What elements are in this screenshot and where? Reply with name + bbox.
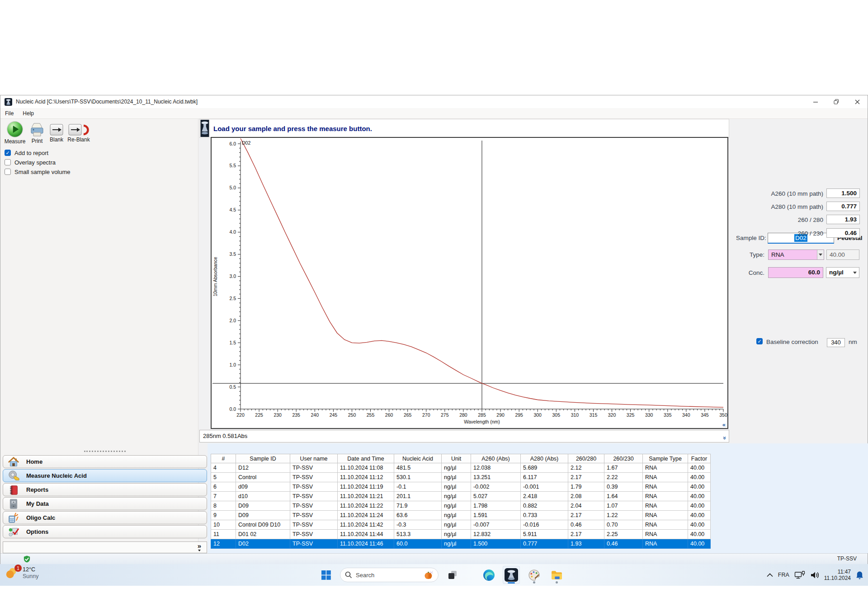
readout-collapse-button[interactable]: »: [718, 436, 730, 439]
table-cell: 2.04: [568, 501, 604, 511]
table-cell: ng/µl: [442, 530, 471, 539]
table-cell: RNA: [643, 463, 688, 473]
table-cell: 1.79: [568, 482, 604, 492]
edge-browser-button[interactable]: [480, 566, 497, 584]
conc-unit-dropdown[interactable]: ng/µl: [826, 267, 859, 278]
sidebar-expand-button[interactable]: »: [198, 542, 201, 551]
file-explorer-task[interactable]: [548, 566, 565, 584]
tray-clock[interactable]: 11:47 11.10.2024: [824, 569, 851, 581]
table-cell: 5.027: [471, 492, 521, 501]
sidebar-item-reports[interactable]: Reports: [3, 483, 207, 496]
print-button[interactable]: Print: [27, 122, 47, 144]
table-row[interactable]: 9D09TP-SSV11.10.2024 11:2463.6ng/µl1.591…: [211, 511, 711, 520]
add-to-report-checkbox[interactable]: [5, 150, 11, 156]
menu-help[interactable]: Help: [18, 108, 38, 118]
minimize-button[interactable]: [805, 95, 826, 108]
volume-icon[interactable]: [810, 571, 819, 579]
sidebar-footer: »: [3, 541, 207, 553]
table-row[interactable]: 6d09TP-SSV11.10.2024 11:19-0.1ng/µl-0.00…: [211, 482, 711, 492]
overlay-spectra-checkbox[interactable]: [5, 159, 11, 165]
table-cell: TP-SSV: [290, 520, 338, 530]
close-button[interactable]: [847, 95, 868, 108]
reblank-button[interactable]: Re-Blank: [66, 124, 92, 143]
table-cell: 40.00: [688, 539, 711, 549]
chart-collapse-button[interactable]: «: [722, 421, 726, 428]
overlay-spectra-option[interactable]: Overlay spectra: [5, 158, 56, 166]
menu-file[interactable]: File: [0, 108, 18, 118]
column-header[interactable]: 260/280: [568, 454, 604, 463]
task-view-button[interactable]: [444, 566, 461, 584]
baseline-correction-checkbox[interactable]: [756, 338, 763, 344]
column-header[interactable]: Sample ID: [236, 454, 290, 463]
conc-field[interactable]: 60.0: [768, 267, 823, 278]
sidebar-item-oligo-calc[interactable]: Oligo Calc: [3, 511, 207, 524]
cursor-readout: 285nm 0.581Abs: [203, 433, 247, 439]
sidebar-item-my-data[interactable]: My Data: [3, 497, 207, 510]
table-cell: 40.00: [688, 530, 711, 539]
results-table[interactable]: #Sample IDUser nameDate and TimeNucleic …: [211, 454, 711, 549]
spectrum-plot[interactable]: 2202252302352402452502552602652702752802…: [212, 138, 727, 428]
paint-app-task[interactable]: [525, 566, 542, 584]
column-header[interactable]: Unit: [442, 454, 471, 463]
sidebar-item-options[interactable]: Options: [3, 525, 207, 538]
add-to-report-option[interactable]: Add to report: [5, 149, 48, 157]
table-cell: Control D09 D10: [236, 520, 290, 530]
column-header[interactable]: 260/230: [604, 454, 643, 463]
svg-text:235: 235: [292, 412, 300, 418]
taskbar-search[interactable]: Search: [340, 568, 439, 582]
svg-text:350: 350: [719, 412, 727, 418]
a280-label: A280 (10 mm path): [733, 203, 823, 210]
restore-button[interactable]: [826, 95, 847, 108]
table-row[interactable]: 12D02TP-SSV11.10.2024 11:4660.0ng/µl1.50…: [211, 539, 711, 549]
sidebar-nav: Home Measure Nucleic Acid Reports My Dat…: [3, 455, 207, 538]
weather-temp: 12°C: [23, 566, 35, 573]
weather-badge: 1: [14, 565, 22, 572]
network-icon[interactable]: [794, 570, 805, 579]
baseline-wavelength-field[interactable]: 340: [827, 338, 845, 347]
table-row[interactable]: 11D01 02TP-SSV11.10.2024 11:44513.3ng/µl…: [211, 530, 711, 539]
start-button[interactable]: [317, 566, 335, 584]
type-factor-field[interactable]: 40.00: [826, 249, 859, 260]
sidebar-item-home[interactable]: Home: [3, 455, 207, 468]
column-header[interactable]: User name: [290, 454, 338, 463]
column-header[interactable]: Factor: [688, 454, 711, 463]
column-header[interactable]: Date and Time: [338, 454, 394, 463]
svg-text:310: 310: [571, 412, 579, 418]
svg-text:5.5: 5.5: [229, 163, 236, 168]
sidebar-item-measure-nucleic-acid[interactable]: Measure Nucleic Acid: [3, 469, 207, 482]
pumpkin-icon: [424, 570, 434, 580]
table-cell: 11.10.2024 11:19: [338, 482, 394, 492]
column-header[interactable]: A280 (Abs): [521, 454, 568, 463]
type-dropdown-arrow-icon[interactable]: [817, 250, 824, 259]
nucleic-acid-app-task[interactable]: [503, 566, 520, 584]
type-dropdown[interactable]: RNA: [768, 249, 824, 260]
app-task-icon: [505, 568, 518, 582]
titlebar[interactable]: Nucleic Acid [C:\Users\TP-SSV\Documents\…: [0, 95, 868, 108]
table-row[interactable]: 4D12TP-SSV11.10.2024 11:08481.5ng/µl12.0…: [211, 463, 711, 473]
status-message: Load your sample and press the measure b…: [213, 125, 372, 132]
notification-bell-icon[interactable]: [856, 571, 863, 579]
small-sample-volume-option[interactable]: Small sample volume: [5, 168, 71, 176]
taskbar-weather-widget[interactable]: 1 12°C Sunny: [5, 566, 38, 580]
column-header[interactable]: A260 (Abs): [471, 454, 521, 463]
table-cell: TP-SSV: [290, 492, 338, 501]
column-header[interactable]: Sample Type: [643, 454, 688, 463]
blank-button[interactable]: Blank: [47, 124, 66, 143]
panel-splitter-handle[interactable]: [84, 451, 126, 452]
column-header[interactable]: #: [211, 454, 236, 463]
measure-button[interactable]: Measure: [2, 121, 28, 145]
ratio-260-280-value: 1.93: [826, 215, 860, 224]
spectrum-chart[interactable]: 2202252302352402452502552602652702752802…: [211, 137, 728, 429]
table-row[interactable]: 10Control D09 D10TP-SSV11.10.2024 11:42-…: [211, 520, 711, 530]
tray-chevron-up-icon[interactable]: [767, 573, 773, 577]
table-cell: 0.777: [521, 539, 568, 549]
table-row[interactable]: 8D09TP-SSV11.10.2024 11:2271.9ng/µl1.798…: [211, 501, 711, 511]
table-row[interactable]: 5ControlTP-SSV11.10.2024 11:12530.1ng/µl…: [211, 473, 711, 482]
table-cell: 513.3: [394, 530, 442, 539]
search-icon: [345, 571, 352, 579]
table-cell: RNA: [643, 539, 688, 549]
input-language-button[interactable]: FRA: [778, 572, 789, 578]
table-row[interactable]: 7d10TP-SSV11.10.2024 11:21201.1ng/µl5.02…: [211, 492, 711, 501]
small-sample-volume-checkbox[interactable]: [5, 169, 11, 175]
column-header[interactable]: Nucleic Acid: [394, 454, 442, 463]
